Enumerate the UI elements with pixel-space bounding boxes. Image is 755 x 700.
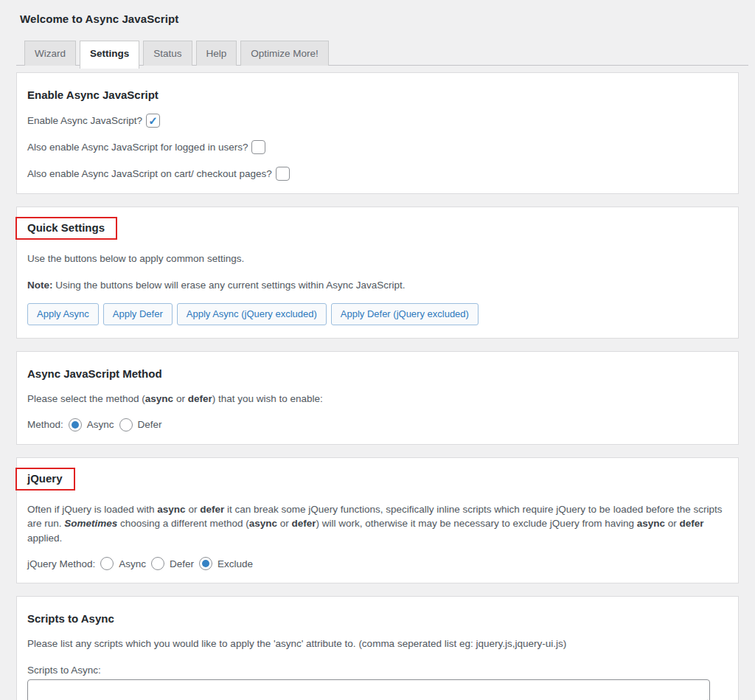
checkmark-icon: ✓: [148, 115, 158, 126]
panel-async-method: Async JavaScript Method Please select th…: [16, 351, 739, 445]
tab-bar: Wizard Settings Status Help Optimize Mor…: [16, 41, 748, 66]
radio-dot: [72, 421, 79, 429]
enable-async-checkbox[interactable]: ✓: [146, 114, 160, 128]
jquery-method-radio-row: jQuery Method: Async Defer Exclude: [27, 557, 728, 570]
enable-cart-checkout-checkbox[interactable]: ✓: [276, 167, 290, 181]
tab-status[interactable]: Status: [143, 41, 192, 66]
method-radio-row: Method: Async Defer: [27, 418, 728, 432]
radio-dot: [202, 560, 209, 567]
annotation-highlight-box: Quick Settings: [15, 217, 117, 240]
quick-settings-intro: Use the buttons below to apply common se…: [27, 252, 728, 266]
enable-logged-in-checkbox[interactable]: ✓: [251, 140, 265, 154]
method-defer-radio[interactable]: [119, 418, 133, 432]
method-async-label: Async: [87, 419, 114, 430]
enable-cart-checkout-row: Also enable Async JavaScript on cart/ ch…: [27, 167, 728, 181]
enable-logged-in-row: Also enable Async JavaScript for logged …: [27, 140, 728, 154]
tab-help[interactable]: Help: [196, 41, 237, 66]
method-option-defer[interactable]: Defer: [119, 418, 162, 432]
method-async-radio[interactable]: [69, 418, 82, 432]
panel-quick-heading-wrap: Quick Settings: [27, 217, 728, 240]
panel-enable-heading: Enable Async JavaScript: [27, 89, 728, 101]
jquery-async-radio[interactable]: [100, 557, 114, 570]
apply-defer-button[interactable]: Apply Defer: [103, 303, 173, 325]
page-title: Welcome to Async JavaScript: [16, 0, 739, 25]
apply-async-jquery-excluded-button[interactable]: Apply Async (jQuery excluded): [177, 303, 327, 325]
tab-optimize-more[interactable]: Optimize More!: [240, 41, 329, 66]
panel-enable-async: Enable Async JavaScript Enable Async Jav…: [16, 72, 739, 194]
method-label: Method:: [27, 419, 63, 430]
scripts-intro: Please list any scripts which you would …: [27, 637, 728, 651]
panel-jquery-heading-wrap: jQuery: [27, 468, 728, 491]
panel-quick-settings: Quick Settings Use the buttons below to …: [16, 207, 739, 339]
enable-logged-in-label: Also enable Async JavaScript for logged …: [27, 142, 248, 153]
enable-cart-checkout-label: Also enable Async JavaScript on cart/ ch…: [27, 168, 272, 179]
plugin-settings-page: Welcome to Async JavaScript Wizard Setti…: [0, 0, 755, 700]
panel-method-heading: Async JavaScript Method: [27, 367, 728, 380]
scripts-field-label: Scripts to Async:: [27, 665, 728, 676]
apply-async-button[interactable]: Apply Async: [27, 303, 99, 325]
panel-quick-heading: Quick Settings: [27, 221, 105, 234]
jquery-defer-radio[interactable]: [151, 557, 164, 570]
jquery-option-defer[interactable]: Defer: [151, 557, 194, 570]
tab-wizard[interactable]: Wizard: [24, 41, 76, 66]
jquery-option-async[interactable]: Async: [100, 557, 146, 570]
jquery-intro: Often if jQuery is loaded with async or …: [27, 502, 728, 546]
panel-scripts-to-async: Scripts to Async Please list any scripts…: [16, 596, 739, 700]
panel-jquery: jQuery Often if jQuery is loaded with as…: [16, 457, 739, 584]
method-option-async[interactable]: Async: [69, 418, 114, 432]
panel-scripts-heading: Scripts to Async: [27, 612, 728, 625]
jquery-exclude-radio[interactable]: [199, 557, 212, 570]
enable-async-row: Enable Async JavaScript? ✓: [27, 114, 728, 128]
jquery-async-label: Async: [119, 558, 146, 569]
jquery-method-label: jQuery Method:: [27, 558, 95, 569]
annotation-highlight-box: jQuery: [15, 468, 75, 491]
panel-jquery-heading: jQuery: [27, 472, 63, 485]
quick-settings-buttons: Apply Async Apply Defer Apply Async (jQu…: [27, 303, 728, 325]
method-defer-label: Defer: [138, 419, 162, 430]
jquery-option-exclude[interactable]: Exclude: [199, 557, 253, 570]
jquery-defer-label: Defer: [170, 558, 194, 569]
scripts-to-async-input[interactable]: [27, 679, 710, 700]
apply-defer-jquery-excluded-button[interactable]: Apply Defer (jQuery excluded): [331, 303, 479, 325]
jquery-exclude-label: Exclude: [218, 558, 253, 569]
quick-settings-note: Note: Using the buttons below will erase…: [27, 278, 728, 293]
scripts-textarea-wrap: [27, 679, 710, 700]
tab-settings[interactable]: Settings: [80, 41, 139, 69]
enable-async-label: Enable Async JavaScript?: [27, 115, 142, 126]
method-intro: Please select the method (async or defer…: [27, 392, 728, 406]
